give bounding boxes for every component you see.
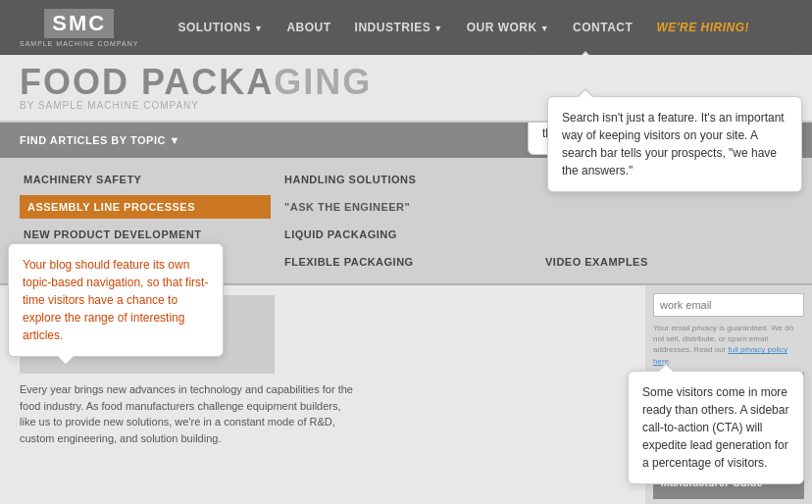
menu-ask-engineer[interactable]: "ASK THE ENGINEER" (280, 195, 532, 219)
menu-liquid-packaging[interactable]: LIQUID PACKAGING (280, 223, 532, 246)
logo-text: SMC (44, 9, 114, 38)
menu-video-examples[interactable]: VIDEO EXAMPLES (541, 250, 792, 274)
bubble-cta: Some visitors come in more ready than ot… (628, 371, 804, 484)
privacy-text: Your email privacy is guaranteed. We do … (653, 323, 804, 367)
bubble-blog: Your blog should feature its own topic-b… (8, 243, 224, 357)
main-nav: SOLUTIONS ABOUT INDUSTRIES OUR WORK CONT… (168, 15, 792, 40)
nav-solutions[interactable]: SOLUTIONS (168, 15, 273, 40)
nav-hiring[interactable]: WE'RE HIRING! (646, 15, 759, 40)
nav-industries[interactable]: INDUSTRIES (345, 15, 453, 40)
nav-contact[interactable]: CONTACT (563, 15, 642, 40)
menu-handling-solutions[interactable]: HANDLING SOLUTIONS (280, 168, 532, 191)
menu-flexible-packaging[interactable]: FLEXIBLE PACKAGING (280, 250, 532, 274)
logo[interactable]: SMC SAMPLE MACHINE COMPANY (20, 9, 138, 47)
nav-about[interactable]: ABOUT (277, 15, 340, 40)
topic-label[interactable]: FIND ARTICLES BY TOPIC ▼ (20, 134, 180, 146)
blog-title: FOOD PACKAGING (20, 65, 372, 100)
article-body: Every year brings new advances in techno… (20, 381, 353, 446)
bubble-search: Search isn't just a feature. It's an imp… (547, 96, 802, 192)
blog-title-area: FOOD PACKAGING BY SAMPLE MACHINE COMPANY (20, 65, 372, 111)
nav-our-work[interactable]: OUR WORK (457, 15, 559, 40)
menu-assembly-line[interactable]: ASSEMBLY LINE PROCESSES (20, 195, 271, 219)
site-header: SMC SAMPLE MACHINE COMPANY SOLUTIONS ABO… (0, 0, 812, 55)
logo-sub: SAMPLE MACHINE COMPANY (20, 40, 138, 47)
email-input[interactable] (653, 293, 804, 317)
menu-machinery-safety[interactable]: MACHINERY SAFETY (20, 168, 271, 191)
